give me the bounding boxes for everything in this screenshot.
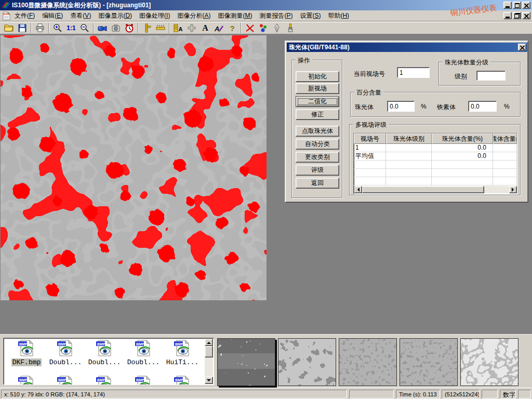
bmp-file-icon (174, 340, 191, 356)
mdi-close-button[interactable] (522, 12, 530, 19)
scroll-left-button[interactable] (354, 186, 362, 193)
thumbnail-5[interactable] (460, 338, 518, 386)
menu-item-edit[interactable]: 编辑(E) (38, 10, 66, 22)
ferrite-percent-input[interactable] (468, 101, 497, 112)
cell-content (432, 177, 493, 185)
file-item-partial[interactable] (125, 376, 162, 385)
toolbar-separator (31, 23, 32, 33)
table-row[interactable] (354, 161, 517, 169)
dialog-close-button[interactable] (518, 44, 526, 51)
new-field-button[interactable]: 新视场 (296, 83, 339, 94)
scrollbar-thumb[interactable] (205, 346, 213, 357)
table-row[interactable]: 平均值 0.0 (354, 152, 517, 161)
file-list-scrollbar[interactable] (205, 339, 213, 384)
file-item-partial[interactable] (47, 376, 84, 385)
table-row[interactable] (354, 169, 517, 177)
grid-overlay-button[interactable] (185, 22, 198, 34)
menu-item-image-analysis[interactable]: 图像分析(A) (174, 10, 214, 22)
scrollbar-track[interactable] (205, 357, 213, 377)
menu-label: ) (61, 12, 63, 19)
pen-tool-button[interactable] (270, 22, 284, 34)
ruler-measure-button[interactable] (154, 22, 167, 34)
menu-item-help[interactable]: 帮助(H) (324, 10, 353, 22)
menu-label: ) (33, 12, 35, 19)
change-class-button[interactable]: 更改类别 (296, 152, 339, 163)
current-field-input[interactable] (397, 67, 430, 78)
save-button[interactable] (16, 22, 29, 34)
toolbar-separator (93, 23, 94, 33)
percent-group-label: 百分含量 (354, 88, 383, 97)
dialog-title: 珠光体(GB/T9441-88) (289, 43, 350, 52)
scroll-up-button[interactable] (205, 339, 213, 346)
file-item[interactable]: Doubl... (47, 340, 84, 366)
zoom-actual-button[interactable]: 1:1 (64, 22, 78, 34)
brush-tool-button[interactable] (284, 22, 297, 34)
text-annotation-button[interactable]: A (198, 22, 212, 34)
cell-field (354, 177, 386, 185)
thumbnail-1[interactable] (217, 338, 275, 386)
photo-capture-button[interactable] (109, 22, 123, 34)
scrollbar-track[interactable] (484, 186, 509, 193)
table-row[interactable] (354, 177, 517, 185)
thumbnail-4[interactable] (400, 338, 458, 386)
thumbnail-3[interactable] (339, 338, 397, 386)
timer-capture-button[interactable] (123, 22, 136, 34)
file-item[interactable]: HuiTi... (164, 340, 201, 366)
metallographic-image[interactable] (1, 35, 267, 300)
document-icon[interactable]: DOC (2, 11, 11, 20)
menu-item-view[interactable]: 查看(V) (66, 10, 95, 22)
table-horizontal-scrollbar[interactable] (354, 186, 517, 193)
pearlite-percent-input[interactable] (387, 101, 415, 112)
title-bar: IS100显微摄像系统(金相分析版) - [zhuguangti01] (0, 0, 532, 10)
file-list[interactable]: DKF.bmp Doubl... Doubl... Doubl... HuiTi… (3, 338, 214, 385)
open-button[interactable] (2, 22, 16, 34)
file-item-partial[interactable] (8, 376, 45, 385)
file-item-partial[interactable] (86, 376, 123, 385)
init-button[interactable]: 初始化 (296, 71, 339, 82)
mdi-minimize-button[interactable] (503, 12, 512, 19)
print-button[interactable] (33, 22, 47, 34)
file-item-partial[interactable] (164, 376, 201, 385)
menu-label: ) (89, 12, 91, 19)
erase-curve-button[interactable] (243, 22, 257, 34)
menu-item-file[interactable]: 文件(F) (11, 10, 38, 22)
phase-colors-button[interactable] (257, 22, 270, 34)
cell-content: 0.0 (432, 144, 493, 152)
menu-label: 图像处理( (139, 12, 166, 19)
table-row[interactable]: 1 0.0 (354, 144, 517, 152)
binarize-button[interactable]: 二值化 (296, 96, 339, 107)
rate-button[interactable]: 评级 (296, 165, 339, 176)
minimize-button[interactable] (503, 2, 512, 9)
menu-item-image-display[interactable]: 图像显示(D) (95, 10, 136, 22)
dialog-title-bar[interactable]: 珠光体(GB/T9441-88) (287, 43, 527, 52)
measure-label-button[interactable]: A (171, 22, 185, 34)
menu-item-settings[interactable]: 设置(S) (296, 10, 324, 22)
scroll-down-button[interactable] (205, 377, 213, 384)
rating-table[interactable]: 视场号 珠光体级别 珠光体含量(%) 铁素体含量(%) 1 0.0 平均值 0.… (353, 133, 517, 194)
pick-pearlite-button[interactable]: 点取珠光体 (296, 126, 339, 137)
menu-item-report[interactable]: 测量报告(P) (256, 10, 296, 22)
scrollbar-thumb[interactable] (362, 186, 484, 193)
mdi-restore-button[interactable] (513, 12, 521, 19)
menu-item-image-measure[interactable]: 图像测量(M) (214, 10, 256, 22)
correct-button[interactable]: 修正 (296, 109, 339, 120)
scroll-right-button[interactable] (509, 186, 517, 193)
close-button[interactable] (522, 2, 530, 9)
text-edit-button[interactable]: A (212, 22, 225, 34)
level-input[interactable] (476, 71, 506, 81)
caliper-measure-button[interactable] (140, 22, 154, 34)
file-name: Doubl... (87, 358, 122, 366)
zoom-in-button[interactable] (51, 22, 64, 34)
file-item[interactable]: Doubl... (86, 340, 123, 366)
auto-classify-button[interactable]: 自动分类 (296, 139, 339, 150)
zoom-out-button[interactable] (78, 22, 91, 34)
return-button[interactable]: 返回 (296, 178, 339, 189)
help-button[interactable]: ? (225, 22, 239, 34)
file-item[interactable]: Doubl... (125, 340, 162, 366)
thumbnail-2[interactable] (278, 338, 336, 386)
cell-field (354, 169, 386, 177)
menu-item-image-process[interactable]: 图像处理(I) (136, 10, 174, 22)
file-item[interactable]: DKF.bmp (8, 340, 45, 366)
video-capture-button[interactable] (96, 22, 109, 34)
maximize-button[interactable] (513, 2, 521, 9)
